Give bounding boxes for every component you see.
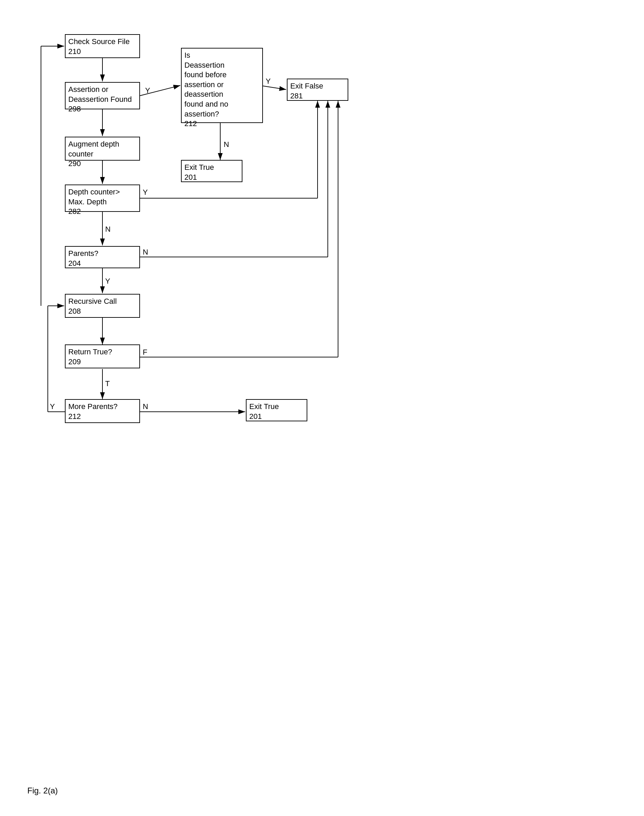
assertion-found-box: Assertion orDeassertion Found298	[65, 82, 140, 109]
exit-true-top-box: Exit True201	[181, 160, 242, 182]
exit-false-box: Exit False281	[287, 78, 348, 101]
exit-true-bottom-box: Exit True201	[246, 399, 307, 421]
svg-text:Y: Y	[266, 77, 271, 85]
parents-box: Parents?204	[65, 246, 140, 268]
svg-line-7	[259, 85, 286, 89]
recursive-call-box: Recursive Call208	[65, 294, 140, 318]
svg-text:Y: Y	[143, 188, 148, 197]
flowchart-arrows: Is Deassertion box --> Y Y N Y N N Y F	[27, 14, 615, 782]
svg-text:N: N	[224, 140, 229, 149]
more-parents-box: More Parents?212	[65, 399, 140, 423]
depth-counter-box: Depth counter>Max. Depth282	[65, 184, 140, 212]
svg-line-5	[140, 85, 180, 96]
svg-text:Y: Y	[105, 277, 110, 285]
svg-text:T: T	[105, 379, 110, 388]
svg-text:Y: Y	[145, 86, 150, 95]
return-true-box: Return True?209	[65, 344, 140, 368]
diagram-container: Is Deassertion box --> Y Y N Y N N Y F	[27, 14, 615, 782]
svg-text:F: F	[143, 348, 147, 357]
figure-label: Fig. 2(a)	[27, 786, 58, 796]
check-source-box: Check Source File 210	[65, 34, 140, 58]
svg-text:N: N	[143, 248, 148, 256]
is-deassertion-box: IsDeassertionfound beforeassertion ordea…	[181, 48, 263, 123]
svg-text:N: N	[105, 225, 110, 234]
svg-text:Y: Y	[50, 402, 55, 411]
svg-text:N: N	[143, 402, 148, 411]
augment-depth-box: Augment depthcounter290	[65, 137, 140, 161]
